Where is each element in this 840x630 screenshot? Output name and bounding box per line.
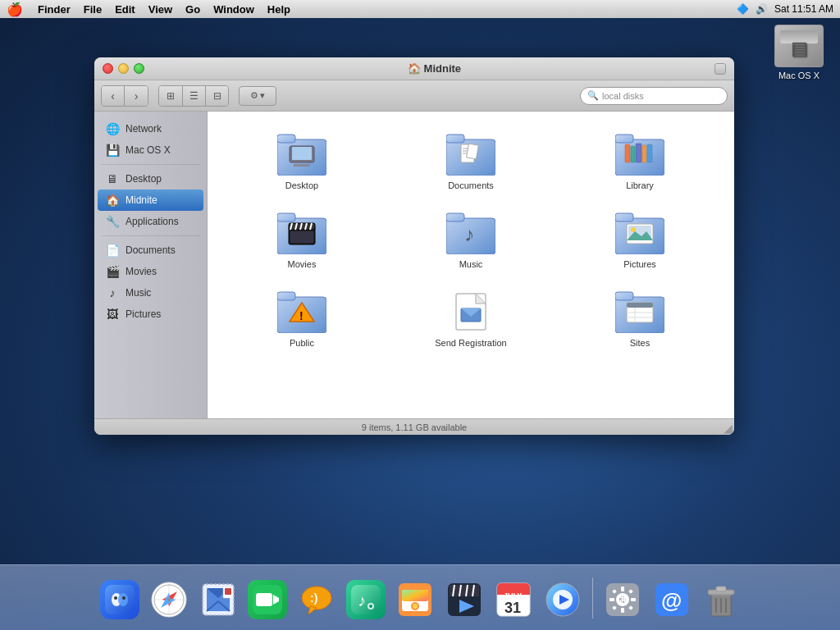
desktop-icon: 🖥 <box>104 171 121 187</box>
dock-quicktime[interactable] <box>540 575 586 621</box>
edit-menu[interactable]: Edit <box>108 3 142 16</box>
sidebar-item-movies[interactable]: 🎬 Movies <box>98 261 203 282</box>
close-button[interactable] <box>103 63 113 74</box>
dock-facetime[interactable] <box>244 575 290 621</box>
svg-rect-110 <box>631 598 636 601</box>
documents-folder-label: Documents <box>448 180 494 190</box>
pictures-folder-label: Pictures <box>623 259 656 269</box>
dock-ical[interactable]: 31 JULY <box>491 575 536 621</box>
view-buttons: ⊞ ☰ ⊟ <box>158 85 229 107</box>
pictures-folder-icon <box>614 210 666 256</box>
dock-mail-stamp[interactable] <box>195 575 241 621</box>
svg-rect-11 <box>467 144 479 159</box>
svg-rect-30 <box>446 213 464 221</box>
file-item-library[interactable]: Library <box>559 125 721 197</box>
hd-icon: 💾 <box>104 142 121 158</box>
sidebar-item-desktop[interactable]: 🖥 Desktop <box>98 168 203 189</box>
file-item-documents[interactable]: Documents <box>390 125 552 197</box>
sidebar-item-midnite[interactable]: 🏠 Midnite <box>98 189 203 211</box>
svg-rect-50 <box>627 303 653 308</box>
bluetooth-icon[interactable]: 🔷 <box>737 3 749 15</box>
svg-rect-75 <box>256 593 272 606</box>
svg-text:JULY: JULY <box>504 591 522 600</box>
window-title: 🏠 Midnite <box>154 62 714 75</box>
clock: Sat 11:51 AM <box>774 3 833 15</box>
icon-view-button[interactable]: ⊞ <box>159 86 182 106</box>
library-folder-label: Library <box>626 180 654 190</box>
svg-text:♪: ♪ <box>464 224 474 245</box>
svg-text:!: ! <box>299 309 304 322</box>
search-icon: 🔍 <box>587 90 599 101</box>
svg-rect-13 <box>615 135 633 143</box>
svg-rect-39 <box>277 292 295 300</box>
file-item-pictures[interactable]: Pictures <box>559 203 721 276</box>
sidebar-item-network[interactable]: 🌐 Network <box>98 118 203 139</box>
action-button[interactable]: ⚙ ▾ <box>239 86 276 106</box>
main-content: Desktop <box>208 112 734 418</box>
file-item-public[interactable]: ! Public <box>221 282 383 354</box>
send-registration-label: Send Registration <box>435 338 506 348</box>
menubar-status-area: 🔷 🔊 Sat 11:51 AM <box>737 3 833 15</box>
maximize-button[interactable] <box>134 63 144 74</box>
dock-itunes[interactable]: ♪ <box>343 575 389 621</box>
svg-rect-108 <box>621 608 624 613</box>
dock-system-prefs[interactable]: ⌘ <box>600 575 646 621</box>
svg-rect-16 <box>636 144 641 162</box>
dock-imovie[interactable] <box>441 575 487 621</box>
back-button[interactable]: ‹ <box>102 86 125 106</box>
status-bar: 9 items, 1.11 GB available ◢ <box>94 418 734 435</box>
search-placeholder: local disks <box>602 91 644 101</box>
forward-button[interactable]: › <box>125 86 148 106</box>
dock-iphoto[interactable] <box>392 575 438 621</box>
list-view-button[interactable]: ☰ <box>182 86 205 106</box>
desktop-hd-icon[interactable]: Mac OS X <box>774 25 824 80</box>
file-item-sites[interactable]: Sites <box>559 282 721 354</box>
applications-icon: 🔧 <box>104 213 121 230</box>
window-menu[interactable]: Window <box>207 3 261 16</box>
dock-mail-at[interactable]: @ <box>649 575 695 621</box>
file-item-send-registration[interactable]: Send Registration <box>390 282 552 354</box>
sidebar-item-documents[interactable]: 📄 Documents <box>98 240 203 261</box>
home-icon: 🏠 <box>104 192 121 208</box>
svg-point-66 <box>167 598 171 601</box>
sidebar-item-applications[interactable]: 🔧 Applications <box>98 211 203 232</box>
toolbar: ‹ › ⊞ ☰ ⊟ ⚙ ▾ 🔍 local disks <box>94 80 734 112</box>
music-folder-label: Music <box>459 259 483 269</box>
column-view-button[interactable]: ⊟ <box>205 86 228 106</box>
sidebar-item-macosx[interactable]: 💾 Mac OS X <box>98 139 203 161</box>
resize-handle[interactable]: ◢ <box>724 422 733 435</box>
zoom-button[interactable] <box>714 63 726 75</box>
svg-rect-107 <box>621 587 624 591</box>
dock-trash[interactable] <box>698 575 744 621</box>
sidebar-label-movies: Movies <box>126 266 157 277</box>
go-menu[interactable]: Go <box>179 3 207 16</box>
finder-menu[interactable]: Finder <box>31 3 77 16</box>
svg-rect-1 <box>277 135 295 143</box>
svg-rect-3 <box>294 164 310 167</box>
file-item-desktop[interactable]: Desktop <box>221 125 383 197</box>
minimize-button[interactable] <box>118 63 129 74</box>
help-menu[interactable]: Help <box>261 3 297 16</box>
sidebar-item-pictures[interactable]: 🖼 Pictures <box>98 304 203 325</box>
status-text: 9 items, 1.11 GB available <box>362 422 467 432</box>
sidebar-label-applications: Applications <box>126 216 179 227</box>
sites-folder-icon <box>614 289 666 335</box>
file-item-music[interactable]: ♪ Music <box>390 203 552 276</box>
dock-finder[interactable] <box>97 575 143 621</box>
volume-icon[interactable]: 🔊 <box>756 3 768 15</box>
sidebar-label-desktop: Desktop <box>126 173 162 185</box>
movies-folder-label: Movies <box>288 259 317 269</box>
movies-folder-icon <box>276 210 328 256</box>
svg-rect-109 <box>609 598 614 601</box>
sidebar-item-music[interactable]: ♪ Music <box>98 282 203 304</box>
apple-menu[interactable]: 🍎 <box>7 2 23 17</box>
file-menu[interactable]: File <box>77 3 108 16</box>
desktop-folder-label: Desktop <box>285 180 318 190</box>
dock-ichat[interactable]: :) <box>294 575 340 621</box>
svg-point-56 <box>118 593 128 606</box>
svg-rect-121 <box>716 587 726 591</box>
dock-safari[interactable] <box>146 575 192 621</box>
file-item-movies[interactable]: Movies <box>221 203 383 276</box>
search-box[interactable]: 🔍 local disks <box>580 87 728 105</box>
view-menu[interactable]: View <box>142 3 179 16</box>
